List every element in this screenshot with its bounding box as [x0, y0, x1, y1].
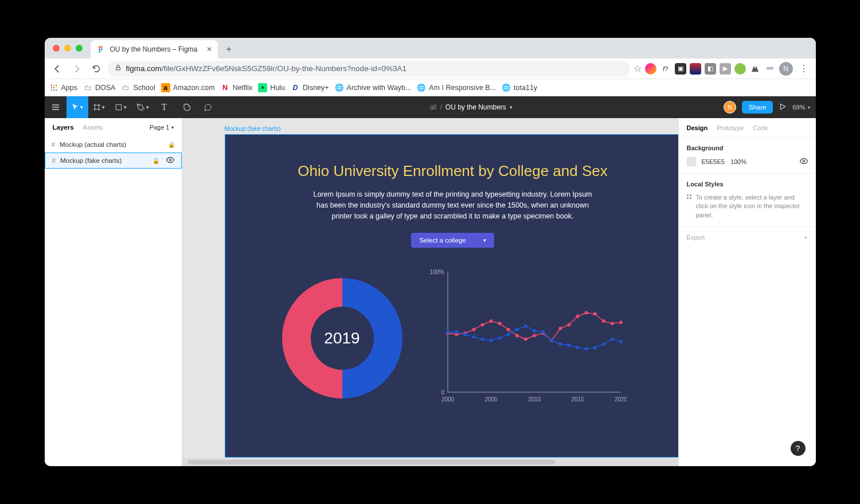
layers-tab[interactable]: Layers: [53, 124, 74, 131]
ext-icon-2[interactable]: f?: [660, 63, 671, 75]
page-selector[interactable]: Page 1▾: [150, 124, 174, 131]
eye-icon[interactable]: [800, 157, 808, 166]
svg-point-70: [567, 343, 570, 347]
bookmark-school[interactable]: 🗀School: [121, 83, 155, 92]
bookmark-dosa[interactable]: 🗀DOSA: [83, 83, 115, 92]
ext-icon-1[interactable]: [645, 63, 656, 75]
frame-tool-button[interactable]: ▾: [88, 96, 110, 118]
scrollbar-thumb[interactable]: [188, 460, 555, 464]
close-window-dot[interactable]: [53, 45, 60, 52]
browser-window: OU by the Numbers – Figma ✕ + figma.com/…: [45, 38, 816, 466]
ext-icon-5[interactable]: ◧: [705, 63, 716, 75]
bookmark-apps[interactable]: Apps: [49, 83, 78, 92]
nav-back-button[interactable]: [49, 61, 65, 77]
pen-tool-button[interactable]: ▾: [132, 96, 154, 118]
minimize-window-dot[interactable]: [64, 45, 71, 52]
bookmark-disney[interactable]: DDisney+: [291, 83, 329, 92]
folder-icon: 🗀: [121, 83, 130, 92]
svg-point-45: [533, 334, 536, 338]
svg-point-66: [533, 329, 536, 333]
tab-close-icon[interactable]: ✕: [206, 45, 212, 53]
artboard-mockup-fake[interactable]: Ohio University Enrollment by College an…: [225, 134, 678, 458]
local-styles-hint-row: To create a style, select a layer and cl…: [687, 193, 808, 220]
svg-point-53: [601, 319, 605, 323]
lock-icon[interactable]: 🔒: [153, 158, 159, 164]
text-tool-button[interactable]: T: [154, 96, 175, 118]
svg-point-48: [558, 327, 562, 330]
svg-point-42: [506, 328, 510, 331]
ext-icon-9[interactable]: 👓: [764, 63, 776, 75]
background-swatch[interactable]: [687, 157, 696, 166]
svg-point-44: [523, 338, 527, 341]
college-dropdown[interactable]: Select a college ▾: [411, 233, 494, 248]
bookmark-star-icon[interactable]: ☆: [634, 63, 642, 74]
lock-icon[interactable]: 🔒: [168, 142, 175, 148]
dropdown-label: Select a college: [419, 237, 466, 244]
local-styles-hint: To create a style, select a layer and cl…: [696, 193, 808, 220]
design-tab[interactable]: Design: [687, 124, 708, 131]
figma-canvas[interactable]: Mockup (fake charts) Mockup (a Ohio Univ…: [182, 118, 678, 466]
hand-tool-button[interactable]: [175, 96, 197, 118]
svg-point-55: [619, 321, 623, 324]
url-bar[interactable]: figma.com/file/GxHWzZFv6e5NskS5GZ59ir/OU…: [108, 61, 630, 77]
maximize-window-dot[interactable]: [76, 45, 83, 52]
layer-row[interactable]: # Mockup (fake charts) 🔒: [45, 153, 182, 169]
right-panel-tabs: Design Prototype Code: [679, 118, 816, 138]
present-button[interactable]: [779, 103, 787, 112]
breadcrumb-root[interactable]: all: [429, 103, 436, 111]
browser-tab[interactable]: OU by the Numbers – Figma ✕: [91, 40, 218, 58]
ext-icon-3[interactable]: ▣: [675, 63, 686, 75]
move-tool-button[interactable]: ▾: [67, 96, 88, 118]
charts-row: 2019 100%020002005201020152020: [279, 266, 627, 411]
svg-point-8: [55, 84, 56, 85]
figma-toolbar: ▾ ▾ ▾ ▾ T all / OU by the Numbers ▾ N Sh…: [45, 96, 816, 118]
mac-traffic-lights: [53, 45, 83, 52]
svg-point-43: [515, 334, 518, 338]
frame-label[interactable]: Mockup (fake charts): [225, 125, 281, 132]
svg-point-68: [550, 339, 553, 342]
share-button[interactable]: Share: [742, 101, 773, 114]
profile-avatar[interactable]: N: [779, 62, 793, 76]
prototype-tab[interactable]: Prototype: [717, 124, 744, 131]
bookmark-netflix[interactable]: NNetflix: [221, 83, 253, 92]
bookmark-amazon[interactable]: aAmazon.com: [161, 83, 215, 92]
code-tab[interactable]: Code: [753, 124, 768, 131]
nav-forward-button[interactable]: [69, 61, 85, 77]
bookmark-wayback[interactable]: 🌐Archive with Wayb...: [335, 83, 412, 92]
background-hex[interactable]: E5E5E5: [702, 158, 725, 165]
ext-icon-7[interactable]: [734, 63, 746, 75]
svg-point-4: [98, 50, 100, 53]
eye-icon[interactable]: [166, 156, 174, 165]
browser-menu-button[interactable]: ⋮: [796, 63, 811, 74]
main-menu-button[interactable]: [45, 96, 67, 118]
zoom-control[interactable]: 69% ▾: [792, 104, 810, 111]
left-panel-tabs: Layers Assets Page 1▾: [45, 118, 182, 136]
ext-icon-8[interactable]: [749, 63, 761, 75]
layer-row[interactable]: # Mockup (actual charts) 🔒: [45, 136, 182, 153]
file-name[interactable]: OU by the Numbers: [445, 103, 506, 111]
export-section[interactable]: Export +: [679, 227, 816, 248]
chevron-down-icon: ▾: [102, 104, 105, 110]
comment-tool-button[interactable]: [197, 96, 219, 118]
collaborator-avatar[interactable]: N: [724, 101, 736, 114]
bookmark-responsive[interactable]: 🌐Am I Responsive B...: [417, 83, 496, 92]
netflix-icon: N: [221, 83, 230, 92]
reload-button[interactable]: [88, 61, 104, 77]
svg-point-61: [489, 339, 492, 342]
assets-tab[interactable]: Assets: [83, 124, 103, 131]
bookmark-hulu[interactable]: hHulu: [258, 83, 285, 92]
local-styles-section: Local Styles To create a style, select a…: [679, 174, 816, 227]
chevron-down-icon[interactable]: ▾: [510, 104, 513, 110]
help-button[interactable]: ?: [791, 441, 806, 456]
svg-point-39: [480, 323, 484, 327]
bookmark-tota11y[interactable]: 🌐tota11y: [502, 83, 537, 92]
canvas-scrollbar-horizontal[interactable]: [182, 458, 678, 466]
ext-icon-6[interactable]: ▶: [720, 63, 731, 75]
new-tab-button[interactable]: +: [221, 42, 236, 57]
donut-chart: 2019: [279, 275, 405, 401]
background-opacity[interactable]: 100%: [730, 158, 746, 165]
svg-point-54: [610, 322, 613, 326]
shape-tool-button[interactable]: ▾: [110, 96, 132, 118]
ext-icon-4[interactable]: [690, 63, 701, 75]
plus-icon[interactable]: +: [804, 234, 807, 241]
